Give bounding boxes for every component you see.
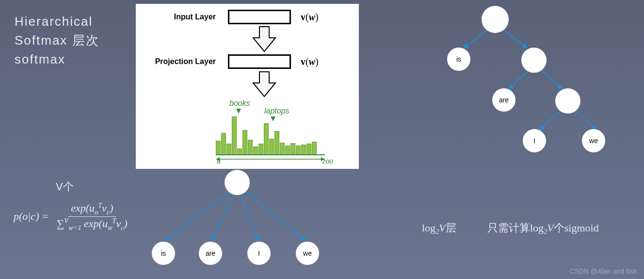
histogram-bar (226, 144, 231, 154)
projection-layer-label: Projection Layer (148, 57, 216, 66)
output-histogram: books laptops a zoo (216, 101, 342, 164)
tree-node-i: I (523, 129, 546, 152)
formula-fraction: exp(uoTvc) ∑Vw=1 exp(uwTvc) (54, 201, 130, 231)
histogram-bars (216, 111, 317, 154)
input-layer-label: Input Layer (148, 13, 216, 21)
input-layer-box (228, 10, 291, 24)
hierarchical-tree: is are I we (436, 5, 630, 160)
formula-numerator: exp(uoTvc) (68, 201, 116, 217)
flat-softmax-tree: is are I we (148, 170, 352, 267)
projection-layer-box (228, 54, 291, 69)
svg-line-4 (211, 192, 235, 241)
hist-axis-start: a (217, 157, 221, 165)
histogram-bar (216, 141, 221, 154)
flat-tree-leaf: are (199, 242, 222, 265)
histogram-bar (232, 116, 237, 154)
histogram-bar (221, 133, 226, 154)
formula-denominator: ∑Vw=1 exp(uwTvc) (54, 217, 130, 232)
histogram-range-arrow-icon (216, 157, 325, 162)
flat-tree-root-node (225, 170, 250, 195)
flat-tree-leaf: is (152, 242, 175, 265)
formula-lhs: p(o|c) = (14, 210, 49, 223)
histogram-bar (301, 145, 306, 154)
svg-line-7 (463, 29, 488, 49)
tree-node-are: are (492, 88, 515, 112)
histogram-axis (216, 154, 325, 155)
v-count-label: V个 (56, 180, 74, 194)
arrow-down-icon (252, 71, 276, 98)
histogram-bar (285, 146, 290, 154)
projection-layer-row: Projection Layer v(w) (148, 54, 319, 69)
histogram-bar (312, 142, 317, 154)
arrow-down-icon (252, 26, 276, 52)
histogram-bar (280, 143, 285, 154)
callout-books: books (229, 99, 250, 108)
svg-line-8 (502, 29, 528, 49)
tree-node-inner-1 (521, 48, 547, 73)
flat-tree-leaf: I (247, 242, 271, 265)
input-v-w: v(w) (301, 12, 319, 23)
histogram-bar (264, 123, 269, 154)
histogram-bar (248, 140, 253, 154)
input-layer-row: Input Layer v(w) (148, 10, 319, 24)
histogram-bar (296, 146, 301, 154)
softmax-formula: p(o|c) = exp(uoTvc) ∑Vw=1 exp(uwTvc) (14, 201, 130, 231)
compute-sigmoid-label: 只需计算log2V个sigmoid (487, 221, 599, 236)
histogram-bar (290, 143, 295, 154)
svg-line-5 (240, 192, 258, 241)
page-title: Hierarchical Softmax 层次softmax (15, 12, 121, 69)
svg-line-12 (575, 110, 596, 130)
tree-node-root (482, 6, 509, 33)
projection-v-w: v(w) (301, 56, 319, 67)
log-layers-label: log2V层 (422, 221, 456, 236)
histogram-bar (253, 147, 258, 154)
histogram-bar (274, 131, 279, 154)
histogram-bar (306, 144, 311, 154)
tree-node-inner-2 (555, 88, 580, 114)
hist-axis-end: zoo (322, 157, 333, 165)
svg-line-10 (541, 70, 563, 89)
histogram-bar (242, 130, 247, 154)
watermark: CSDN @Alan and fish (569, 267, 637, 275)
svg-line-11 (539, 110, 562, 130)
center-architecture-diagram: Input Layer v(w) Projection Layer v(w) b… (136, 4, 359, 169)
svg-line-9 (508, 70, 530, 89)
histogram-bar (269, 139, 274, 154)
tree-node-we: we (582, 129, 605, 152)
svg-line-3 (164, 189, 233, 241)
svg-line-6 (242, 189, 306, 241)
flat-tree-leaf: we (296, 242, 319, 265)
tree-node-is: is (447, 48, 470, 71)
histogram-bar (258, 144, 263, 154)
histogram-bar (237, 148, 242, 154)
